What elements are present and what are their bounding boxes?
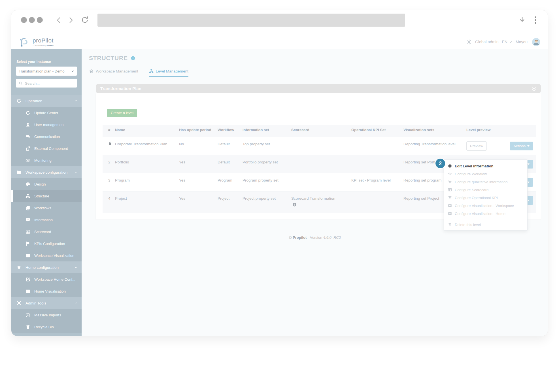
forward-icon[interactable] bbox=[67, 16, 75, 24]
menu-item-configure-scorecard: Configure Scorecard bbox=[444, 186, 527, 194]
menu-item-configure-qualitative-information: Configure qualitative information bbox=[444, 178, 527, 186]
instance-value: Transformation plan - Demo bbox=[19, 69, 64, 73]
app-title: proPilot bbox=[33, 37, 54, 44]
browser-menu-icon[interactable] bbox=[533, 16, 538, 24]
trash-icon bbox=[25, 325, 30, 329]
sidebar-item-monitoring[interactable]: Monitoring bbox=[11, 154, 82, 166]
chevron-down-icon bbox=[74, 99, 78, 103]
sidebar-item-home-visualisation[interactable]: Home Visualisation bbox=[11, 285, 82, 297]
tutorial-step-badge: 2 bbox=[435, 159, 445, 168]
window-control-dot[interactable] bbox=[37, 17, 43, 23]
palette-icon bbox=[25, 182, 30, 187]
download-icon[interactable] bbox=[518, 16, 526, 24]
home-icon bbox=[89, 69, 93, 73]
browser-toolbar bbox=[11, 10, 548, 36]
app-logo: proPilot — Powered by dFakto bbox=[19, 37, 54, 47]
sitemap-icon bbox=[149, 69, 154, 73]
sidebar-item-scorecard[interactable]: Scorecard bbox=[11, 226, 82, 238]
info-icon[interactable] bbox=[131, 56, 135, 61]
sidebar-item-user-management[interactable]: User management bbox=[11, 119, 82, 131]
star-icon bbox=[448, 172, 452, 176]
column-header: Scorecard bbox=[291, 125, 351, 137]
lock-icon bbox=[108, 141, 112, 145]
back-icon[interactable] bbox=[55, 16, 63, 24]
address-bar[interactable] bbox=[97, 14, 405, 27]
sidebar-item-external-component[interactable]: External Component bbox=[11, 142, 82, 154]
info-icon bbox=[448, 164, 452, 168]
window-control-dot[interactable] bbox=[29, 17, 35, 23]
tab-workspace-management[interactable]: Workspace Management bbox=[89, 69, 138, 77]
sidebar-section-workspace-configuration[interactable]: Workspace configuration bbox=[11, 166, 82, 178]
avatar[interactable] bbox=[532, 38, 540, 46]
speech-icon bbox=[25, 218, 30, 222]
collapse-icon[interactable] bbox=[532, 86, 536, 91]
sidebar-item-workspace-home-conf[interactable]: Workspace Home Conf... bbox=[11, 273, 82, 285]
app-subtitle: — Powered by dFakto bbox=[33, 44, 54, 47]
export-icon bbox=[25, 146, 30, 151]
sidebar-item-structure[interactable]: Structure bbox=[11, 190, 82, 202]
chart-icon bbox=[448, 212, 452, 216]
gear-icon bbox=[16, 301, 22, 306]
window-control-dot[interactable] bbox=[21, 17, 27, 23]
chevron-down-icon bbox=[74, 266, 78, 269]
menu-item-edit-level-information[interactable]: Edit Level information bbox=[444, 162, 527, 170]
menu-separator bbox=[444, 219, 527, 219]
sidebar-item-design[interactable]: Design bbox=[11, 178, 82, 190]
flag-icon bbox=[25, 241, 30, 246]
pages-icon bbox=[25, 206, 30, 210]
sidebar-section-operation[interactable]: Operation bbox=[11, 95, 82, 107]
panel-header: Transformation Plan bbox=[96, 84, 541, 93]
sidebar-item-kpis-configuration[interactable]: KPIs Configuration bbox=[11, 238, 82, 250]
language-selector[interactable]: EN bbox=[502, 40, 507, 44]
sidebar-item-communication[interactable]: Communication bbox=[11, 131, 82, 142]
section-label: Home configuration bbox=[25, 265, 59, 270]
preview-button[interactable]: Preview bbox=[466, 141, 487, 151]
sync-icon bbox=[16, 98, 22, 103]
menu-item-configure-visualization-workspace: Configure Visualization - Workspace bbox=[444, 202, 527, 210]
tab-level-management[interactable]: Level Management bbox=[149, 69, 188, 77]
chat-icon bbox=[25, 134, 30, 139]
section-label: Workspace configuration bbox=[25, 170, 67, 174]
edit-icon bbox=[25, 277, 30, 282]
chart-icon bbox=[25, 253, 30, 258]
chevron-down-icon bbox=[71, 70, 74, 73]
chevron-down-icon bbox=[74, 171, 78, 174]
tab-bar: Workspace Management Level Management bbox=[89, 69, 548, 77]
sidebar-item-update-center[interactable]: Update Center bbox=[11, 107, 82, 119]
sidebar-item-workspace-visualization[interactable]: Workspace Visualization bbox=[11, 250, 82, 261]
sidebar-section-admin-tools[interactable]: Admin Tools bbox=[11, 297, 82, 309]
instance-select[interactable]: Transformation plan - Demo bbox=[16, 67, 77, 76]
column-header: Workflow bbox=[218, 125, 243, 137]
actions-dropdown-menu: Edit Level information Configure Workflo… bbox=[444, 159, 528, 231]
folder-icon bbox=[16, 170, 22, 175]
menu-item-configure-operational-kpi: Configure Operational KPI bbox=[444, 194, 527, 202]
trash-icon bbox=[448, 223, 452, 227]
sidebar: Select your instance Transformation plan… bbox=[11, 49, 82, 336]
table-row: Corporate Transformation Plan No Default… bbox=[103, 137, 536, 155]
actions-button[interactable]: Actions bbox=[510, 142, 533, 150]
window-controls bbox=[21, 17, 43, 23]
role-label: Global admin bbox=[475, 40, 499, 44]
menu-item-configure-workflow: Configure Workflow bbox=[444, 170, 527, 178]
create-level-button[interactable]: Create a level bbox=[107, 109, 137, 117]
gear-icon[interactable] bbox=[467, 39, 472, 44]
chart-icon bbox=[448, 204, 452, 208]
sidebar-item-massive-imports[interactable]: Massive Imports bbox=[11, 309, 82, 321]
chevron-down-icon bbox=[74, 301, 78, 305]
column-header: Information set bbox=[243, 125, 291, 137]
sidebar-item-recycle-bin[interactable]: Recycle Bin bbox=[11, 321, 82, 333]
sidebar-section-home-configuration[interactable]: Home configuration bbox=[11, 261, 82, 273]
search-input[interactable] bbox=[25, 81, 67, 86]
sidebar-item-information[interactable]: Information bbox=[11, 214, 82, 226]
menu-item-configure-visualization-home: Configure Visualization - Home bbox=[444, 210, 527, 218]
instance-label: Select your instance bbox=[11, 49, 82, 67]
sidebar-item-workflows[interactable]: Workflows bbox=[11, 202, 82, 214]
column-header: Level preview bbox=[466, 125, 536, 137]
info-icon[interactable] bbox=[292, 203, 297, 207]
user-icon bbox=[25, 122, 30, 127]
refresh-icon[interactable] bbox=[81, 16, 89, 24]
eye-icon bbox=[25, 158, 30, 163]
gear-icon bbox=[448, 180, 452, 184]
table-header-row: # Name Has update period Workflow Inform… bbox=[103, 125, 536, 137]
user-name: Mayou bbox=[516, 40, 528, 44]
